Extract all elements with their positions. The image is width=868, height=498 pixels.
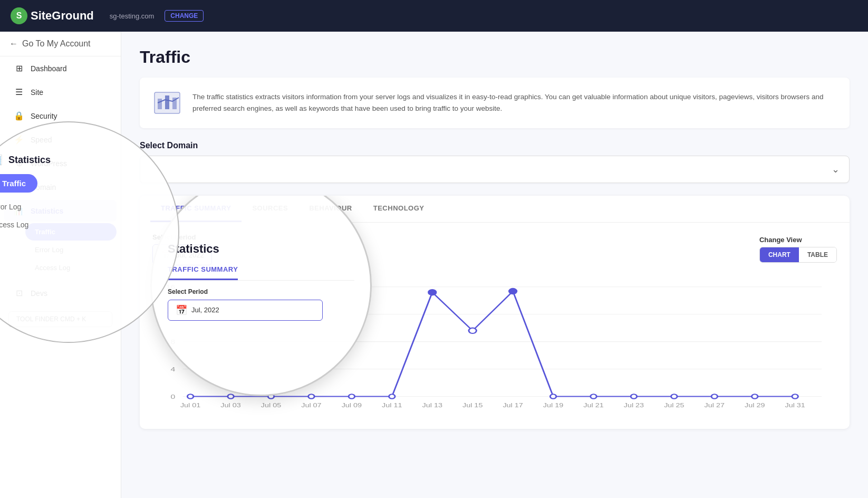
domain-select-dropdown[interactable]: ⌄ [140, 156, 850, 183]
svg-text:Jul 15: Jul 15 [462, 403, 483, 409]
change-view-label: Change View [759, 236, 837, 244]
sidebar-item-domain[interactable]: 🌐 Domain [4, 176, 117, 198]
site-icon: ☰ [14, 87, 24, 97]
svg-text:Jul 25: Jul 25 [664, 403, 684, 409]
speed-icon: ⚡ [14, 135, 24, 145]
traffic-label: Traffic [35, 228, 55, 236]
sidebar-label-statistics: Statistics [31, 207, 63, 215]
card-body: Select Period 📅 Jul, 2022 Change View CH… [140, 223, 850, 429]
dashboard-icon: ⊞ [14, 63, 24, 73]
svg-text:Jul 09: Jul 09 [342, 403, 362, 409]
domain-icon: 🌐 [14, 182, 24, 192]
sidebar-item-traffic[interactable]: Traffic [25, 223, 117, 241]
sidebar: ← Go To My Account ⊞ Dashboard ☰ Site 🔒 … [0, 32, 121, 498]
svg-text:16: 16 [166, 283, 176, 290]
back-arrow-icon: ← [9, 39, 18, 49]
traffic-info-icon [152, 88, 182, 118]
sidebar-item-wordpress[interactable]: ⊕ WordPress [4, 152, 117, 174]
logo: S SiteGround [11, 7, 94, 24]
svg-text:Jul 23: Jul 23 [624, 403, 644, 409]
svg-point-25 [631, 394, 637, 398]
calendar-icon: 📅 [160, 249, 172, 261]
svg-text:Jul 21: Jul 21 [583, 403, 603, 409]
svg-rect-2 [165, 95, 169, 109]
svg-text:12: 12 [166, 311, 176, 318]
view-toggle-control: Change View CHART TABLE [759, 236, 837, 263]
period-value: Jul, 2022 [176, 251, 204, 259]
traffic-chart: 16 12 8 4 0 [152, 276, 837, 418]
topbar: S SiteGround sg-testing.com CHANGE [0, 0, 868, 32]
statistics-icon: 📊 [14, 206, 24, 216]
sidebar-item-devs[interactable]: ⊡ Devs [4, 282, 117, 304]
sidebar-item-error-log[interactable]: Error Log [25, 241, 117, 258]
table-view-button[interactable]: TABLE [799, 247, 836, 262]
svg-point-20 [429, 290, 436, 295]
change-domain-button[interactable]: CHANGE [165, 10, 204, 22]
domain-label: sg-testing.com [110, 12, 155, 20]
chart-view-button[interactable]: CHART [760, 247, 799, 262]
tab-sources[interactable]: SOURCES [242, 196, 298, 222]
svg-point-21 [469, 328, 476, 333]
go-to-account-label: Go To My Account [22, 39, 91, 49]
svg-text:Jul 11: Jul 11 [382, 403, 402, 409]
svg-text:Jul 05: Jul 05 [261, 403, 281, 409]
sidebar-item-security[interactable]: 🔒 Security [4, 105, 117, 127]
chevron-down-icon: ⌄ [832, 164, 840, 175]
svg-point-24 [591, 394, 597, 398]
sidebar-label-domain: Domain [31, 183, 56, 191]
svg-point-22 [509, 289, 516, 294]
svg-point-14 [187, 394, 194, 398]
svg-point-27 [711, 394, 718, 398]
sidebar-item-dashboard[interactable]: ⊞ Dashboard [4, 58, 117, 79]
svg-text:Jul 27: Jul 27 [705, 403, 725, 409]
page-title: Traffic [140, 47, 850, 67]
svg-point-15 [228, 394, 234, 398]
sidebar-label-speed: Speed [31, 136, 52, 144]
main-content: Traffic The traffic statistics extracts … [121, 32, 868, 498]
tool-finder-button[interactable]: TOOL FINDER CMD + K [8, 311, 112, 327]
period-control: Select Period 📅 Jul, 2022 [152, 233, 212, 265]
svg-rect-1 [158, 99, 162, 109]
logo-icon: S [11, 7, 27, 24]
sidebar-label-wordpress: WordPress [31, 159, 67, 168]
stats-tabs: TRAFFIC SUMMARY SOURCES BEHAVIOUR TECHNO… [140, 196, 850, 223]
svg-point-28 [751, 394, 758, 398]
security-icon: 🔒 [14, 111, 24, 121]
app-body: ← Go To My Account ⊞ Dashboard ☰ Site 🔒 … [0, 32, 868, 498]
info-banner: The traffic statistics extracts visitors… [140, 78, 850, 128]
stats-card: TRAFFIC SUMMARY SOURCES BEHAVIOUR TECHNO… [140, 196, 850, 429]
svg-text:Jul 01: Jul 01 [180, 403, 200, 409]
sidebar-item-speed[interactable]: ⚡ Speed [4, 129, 117, 150]
wordpress-icon: ⊕ [14, 158, 24, 168]
tab-behaviour[interactable]: BEHAVIOUR [298, 196, 363, 222]
svg-text:Jul 19: Jul 19 [543, 403, 563, 409]
sidebar-label-site: Site [31, 88, 43, 97]
sidebar-label-devs: Devs [31, 289, 47, 298]
go-to-account-link[interactable]: ← Go To My Account [0, 32, 121, 56]
svg-text:Jul 03: Jul 03 [220, 403, 240, 409]
svg-point-29 [792, 394, 798, 398]
error-log-label: Error Log [35, 246, 63, 254]
svg-point-26 [671, 394, 678, 398]
period-input[interactable]: 📅 Jul, 2022 [152, 244, 212, 265]
svg-point-17 [308, 394, 315, 398]
tab-technology[interactable]: TECHNOLOGY [363, 196, 435, 222]
svg-text:8: 8 [170, 338, 175, 345]
svg-text:0: 0 [170, 393, 175, 400]
svg-point-23 [550, 394, 556, 398]
svg-text:4: 4 [170, 366, 175, 372]
sidebar-item-access-log[interactable]: Access Log [25, 259, 117, 276]
access-log-label: Access Log [35, 264, 70, 272]
svg-text:Jul 17: Jul 17 [503, 403, 523, 409]
view-toggle: CHART TABLE [759, 247, 837, 263]
svg-text:Jul 13: Jul 13 [422, 403, 442, 409]
svg-text:Jul 31: Jul 31 [785, 403, 805, 409]
sidebar-sub-menu: Traffic Error Log Access Log [0, 223, 121, 277]
tab-traffic-summary[interactable]: TRAFFIC SUMMARY [150, 196, 242, 222]
period-label: Select Period [152, 233, 212, 241]
sidebar-item-site[interactable]: ☰ Site [4, 81, 117, 103]
svg-point-19 [389, 394, 396, 398]
sidebar-item-statistics[interactable]: 📊 Statistics [4, 200, 117, 222]
sidebar-label-security: Security [31, 112, 57, 120]
select-domain-label: Select Domain [140, 141, 850, 150]
